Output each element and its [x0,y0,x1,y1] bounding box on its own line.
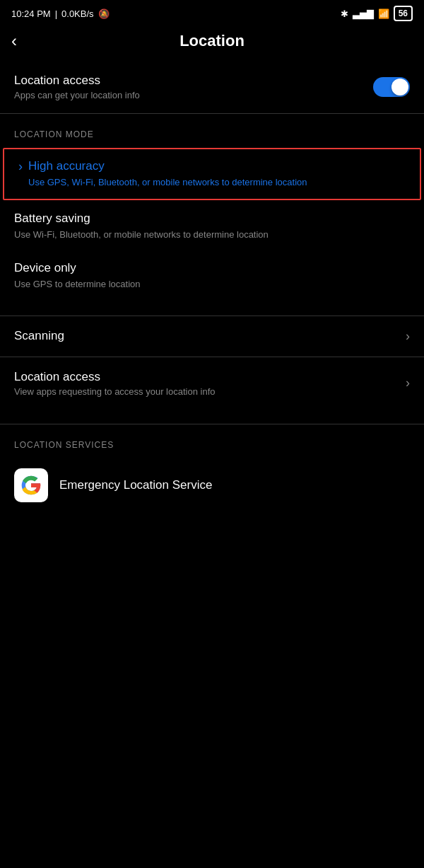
location-access-menu-sub: View apps requesting to access your loca… [14,386,215,397]
location-access-menu-item[interactable]: Location access View apps requesting to … [0,357,424,410]
google-icon [14,468,48,502]
location-access-label: Location access [14,74,140,88]
battery-indicator: 56 [394,6,413,21]
back-button[interactable]: ‹ [11,33,17,50]
spacer-2 [0,410,424,424]
silent-icon: 🔕 [98,8,110,19]
page-header: ‹ Location [0,24,424,61]
scanning-menu-item[interactable]: Scanning › [0,316,424,357]
location-access-toggle-row[interactable]: Location access Apps can get your locati… [0,61,424,113]
location-access-menu-title: Location access [14,370,215,384]
toggle-knob [391,79,408,96]
location-access-toggle[interactable] [373,77,410,97]
location-access-chevron-icon: › [406,376,410,390]
mode-title-device-only: Device only [14,261,140,275]
mode-item-high-accuracy[interactable]: › High accuracy Use GPS, Wi-Fi, Bluetoot… [3,148,421,200]
location-access-text: Location access Apps can get your locati… [14,74,140,100]
network-speed-value: 0.0KB/s [61,8,94,19]
page-title: Location [179,32,245,50]
scanning-text: Scanning [14,329,64,343]
signal-icon: ▃▅▇ [353,8,374,19]
mode-desc-battery-saving: Use Wi-Fi, Bluetooth, or mobile networks… [14,228,269,241]
scanning-title: Scanning [14,329,64,343]
chevron-icon: › [18,159,23,174]
mode-item-device-only[interactable]: Device only Use GPS to determine locatio… [0,251,424,301]
spacer-1 [0,301,424,316]
location-access-menu-text: Location access View apps requesting to … [14,370,215,397]
location-mode-header: LOCATION MODE [0,114,424,146]
mode-item-battery-saving[interactable]: Battery saving Use Wi-Fi, Bluetooth, or … [0,202,424,251]
time-display: 10:24 PM [11,8,51,19]
scanning-chevron-icon: › [406,329,410,344]
mode-title-battery-saving: Battery saving [14,212,269,226]
bluetooth-icon: ✱ [341,8,348,19]
mode-title-high-accuracy: High accuracy [28,159,307,173]
wifi-icon: 📶 [378,8,389,19]
status-left: 10:24 PM | 0.0KB/s 🔕 [11,8,110,19]
mode-content-device-only: Device only Use GPS to determine locatio… [14,261,140,291]
status-bar: 10:24 PM | 0.0KB/s 🔕 ✱ ▃▅▇ 📶 56 [0,0,424,24]
location-access-sublabel: Apps can get your location info [14,90,140,100]
network-speed: | [55,8,57,19]
mode-content-high-accuracy: High accuracy Use GPS, Wi-Fi, Bluetooth,… [28,159,307,189]
mode-content-battery-saving: Battery saving Use Wi-Fi, Bluetooth, or … [14,212,269,241]
location-services-header: LOCATION SERVICES [0,424,424,457]
emergency-location-title: Emergency Location Service [59,478,212,492]
emergency-location-item[interactable]: Emergency Location Service [0,457,424,514]
mode-desc-high-accuracy: Use GPS, Wi-Fi, Bluetooth, or mobile net… [28,176,307,189]
mode-desc-device-only: Use GPS to determine location [14,278,140,291]
status-right: ✱ ▃▅▇ 📶 56 [341,6,413,21]
